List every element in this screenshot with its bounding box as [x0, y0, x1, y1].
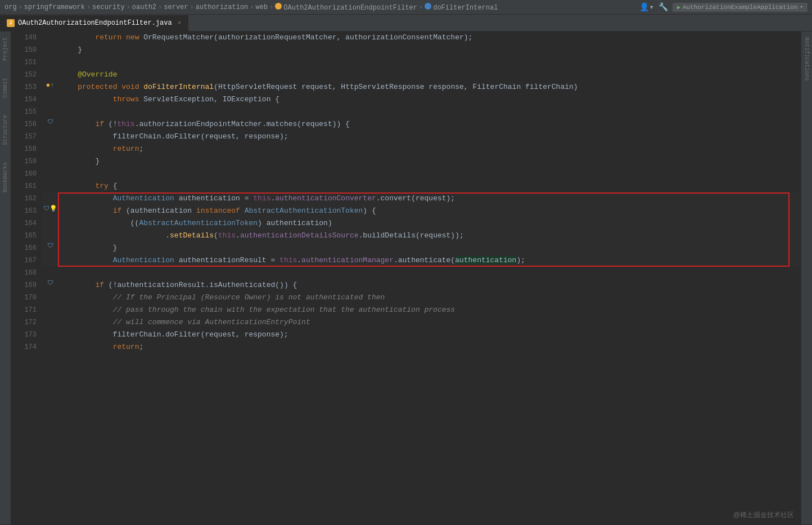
line-number: 168: [11, 267, 42, 279]
line-content: Authentication authenticationResult = th…: [58, 254, 801, 267]
code-line: 160: [11, 168, 801, 180]
line-gutter: 🛡: [42, 279, 58, 286]
line-gutter: 🛡: [42, 242, 58, 249]
settings-icon[interactable]: 🔧: [658, 2, 668, 12]
line-content: }: [58, 44, 801, 56]
bc-org[interactable]: org: [4, 3, 17, 11]
code-line: 170 // If the Principal (Resource Owner)…: [11, 291, 801, 304]
dropdown-arrow-icon: ▾: [800, 4, 803, 10]
line-gutter: 🛡: [42, 118, 58, 125]
code-line: 166🛡 }: [11, 242, 801, 254]
code-line: 154 throws ServletException, IOException…: [11, 93, 801, 106]
shield-icon: 🛡: [47, 279, 53, 286]
file-tab[interactable]: J OAuth2AuthorizationEndpointFilter.java…: [0, 15, 188, 31]
code-line: 157 filterChain.doFilter(request, respon…: [11, 131, 801, 143]
line-number: 164: [11, 217, 42, 230]
line-number: 161: [11, 180, 42, 192]
bc-server[interactable]: server: [164, 3, 188, 11]
line-content: }: [58, 155, 801, 168]
code-line: 173 filterChain.doFilter(request, respon…: [11, 329, 801, 341]
notifications-label[interactable]: Notifications: [804, 37, 810, 81]
line-number: 153: [11, 81, 42, 93]
right-actions: 👤▾ 🔧 ▶ AuthorizationExampleApplication ▾: [639, 2, 808, 12]
line-number: 151: [11, 56, 42, 69]
code-line: 168: [11, 267, 801, 279]
bookmarks-label[interactable]: Bookmarks: [2, 162, 8, 192]
bc-authorization[interactable]: authorization: [196, 3, 249, 11]
code-lines-container: 149 return new OrRequestMatcher(authoriz…: [11, 32, 801, 524]
line-content: filterChain.doFilter(request, response);: [58, 131, 801, 143]
line-number: 174: [11, 341, 42, 353]
tab-close-button[interactable]: ×: [178, 20, 182, 26]
blue-dot-icon: [425, 3, 431, 10]
code-line: 164 ((AbstractAuthenticationToken) authe…: [11, 217, 801, 230]
bc-security[interactable]: security: [92, 3, 125, 11]
bc-method[interactable]: doFilterInternal: [425, 3, 498, 12]
bc-filter-class[interactable]: OAuth2AuthorizationEndpointFilter: [275, 3, 417, 12]
structure-label[interactable]: Structure: [2, 115, 8, 145]
line-number: 172: [11, 316, 42, 329]
code-line: 151: [11, 56, 801, 69]
line-content: return;: [58, 341, 801, 353]
shield-icon: 🛡: [43, 205, 49, 212]
code-line: 153●↑ protected void doFilterInternal(Ht…: [11, 81, 801, 93]
line-number: 173: [11, 329, 42, 341]
line-content: ((AbstractAuthenticationToken) authentic…: [58, 217, 801, 230]
user-icon[interactable]: 👤▾: [639, 2, 653, 12]
line-number: 152: [11, 69, 42, 81]
watermark: @稀土掘金技术社区: [733, 510, 794, 520]
line-number: 160: [11, 168, 42, 180]
line-gutter: 🛡💡: [42, 205, 58, 212]
line-number: 149: [11, 32, 42, 44]
commit-label[interactable]: Commit: [2, 78, 8, 98]
line-number: 166: [11, 242, 42, 254]
right-sidebar: Notifications: [801, 32, 812, 524]
left-gutter: Project Commit Structure Bookmarks: [0, 32, 11, 524]
line-number: 165: [11, 230, 42, 242]
line-content: }: [58, 242, 801, 254]
line-content: try {: [58, 180, 801, 192]
code-line: 155: [11, 106, 801, 118]
line-content: protected void doFilterInternal(HttpServ…: [58, 81, 801, 93]
line-number: 159: [11, 155, 42, 168]
code-line: 174 return;: [11, 341, 801, 353]
bc-springframework[interactable]: springframework: [24, 3, 85, 11]
code-line: 150 }: [11, 44, 801, 56]
code-line: 165 .setDetails(this.authenticationDetai…: [11, 230, 801, 242]
line-number: 157: [11, 131, 42, 143]
line-content: // will commence via AuthenticationEntry…: [58, 316, 801, 329]
line-number: 170: [11, 291, 42, 304]
code-line: 167 Authentication authenticationResult …: [11, 254, 801, 267]
main-layout: Project Commit Structure Bookmarks 149 r…: [0, 32, 812, 524]
code-line: 163🛡💡 if (authentication instanceof Abst…: [11, 205, 801, 217]
code-line: 158 return;: [11, 143, 801, 155]
bc-oauth2[interactable]: oauth2: [132, 3, 156, 11]
code-editor: 149 return new OrRequestMatcher(authoriz…: [11, 32, 801, 524]
tab-bar: J OAuth2AuthorizationEndpointFilter.java…: [0, 15, 812, 32]
line-number: 163: [11, 205, 42, 217]
bulb-icon[interactable]: 💡: [49, 205, 57, 212]
line-content: @Override: [58, 69, 801, 81]
app-name-badge[interactable]: ▶ AuthorizationExampleApplication ▾: [673, 3, 808, 12]
debug-arrow-icon: ↑: [50, 82, 54, 89]
line-number: 162: [11, 192, 42, 205]
line-number: 155: [11, 106, 42, 118]
line-content: return;: [58, 143, 801, 155]
bc-web[interactable]: web: [256, 3, 268, 11]
debug-breakpoint-icon[interactable]: ●: [46, 81, 50, 89]
code-line: 172 // will commence via AuthenticationE…: [11, 316, 801, 329]
line-content: // If the Principal (Resource Owner) is …: [58, 291, 801, 304]
line-content: Authentication authentication = this.aut…: [58, 192, 801, 205]
line-content: .setDetails(this.authenticationDetailsSo…: [58, 230, 801, 242]
shield-icon: 🛡: [47, 118, 53, 125]
breadcrumb-bar: org › springframework › security › oauth…: [0, 0, 812, 15]
code-line: 162 Authentication authentication = this…: [11, 192, 801, 205]
line-gutter: ●↑: [42, 81, 58, 89]
line-number: 156: [11, 118, 42, 131]
code-line: 159 }: [11, 155, 801, 168]
project-label[interactable]: Project: [2, 37, 8, 61]
code-line: 169🛡 if (!authenticationResult.isAuthent…: [11, 279, 801, 291]
orange-dot-icon: [275, 3, 282, 10]
java-file-icon: J: [7, 19, 15, 27]
line-number: 169: [11, 279, 42, 291]
